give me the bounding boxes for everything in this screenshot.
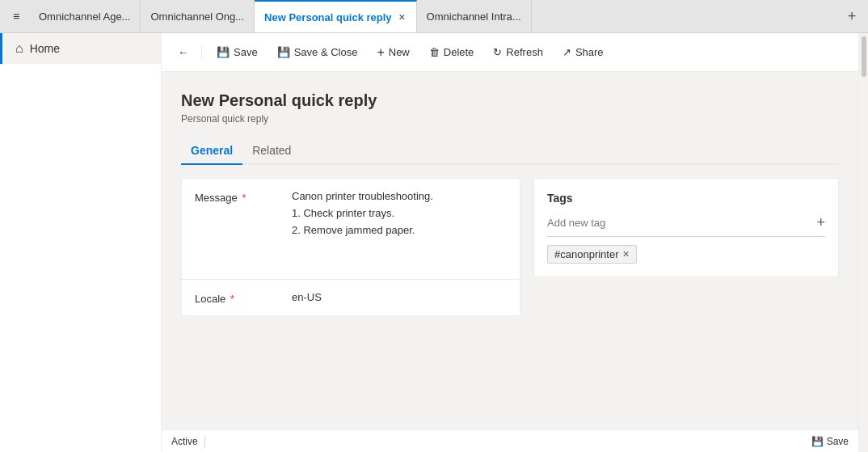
hamburger-icon: ≡ <box>13 10 19 23</box>
share-icon: ↗ <box>563 46 571 58</box>
tab-tab3[interactable]: New Personal quick reply✕ <box>255 0 417 32</box>
add-tag-button[interactable]: + <box>816 214 825 231</box>
tags-card: Tags + #canonprinter✕ <box>533 178 839 277</box>
delete-icon: 🗑 <box>429 46 440 58</box>
save-icon: 💾 <box>217 46 230 58</box>
back-icon: ← <box>178 46 188 58</box>
status-bar: Active 💾 Save <box>162 429 858 452</box>
locale-value: en-US <box>292 289 507 306</box>
sidebar-item-home[interactable]: ⌂ Home <box>0 33 161 64</box>
right-scrollbar <box>858 33 868 452</box>
page-subtitle: Personal quick reply <box>181 113 839 125</box>
tags-title: Tags <box>547 192 825 205</box>
share-button[interactable]: ↗ Share <box>554 41 612 63</box>
tab-label: Omnichannel Age... <box>39 11 130 23</box>
tab-bar: ≡ Omnichannel Age...Omnichannel Ong...Ne… <box>0 0 868 33</box>
message-label: Message * <box>195 188 292 204</box>
active-status: Active <box>171 436 198 447</box>
save-button[interactable]: 💾 Save <box>209 41 266 63</box>
main-layout: ⌂ Home ← 💾 Save 💾 Save & Close + New <box>0 33 868 452</box>
toolbar-separator-1 <box>201 44 202 61</box>
refresh-button[interactable]: ↻ Refresh <box>485 41 551 63</box>
message-field: Message * <box>182 179 520 280</box>
new-button[interactable]: + New <box>369 40 417 65</box>
tab-tab4[interactable]: Omnichannel Intra... <box>417 0 532 32</box>
refresh-icon: ↻ <box>493 46 502 58</box>
tags-input[interactable] <box>547 217 816 229</box>
sidebar-home-label: Home <box>30 42 60 55</box>
form-tabs: General Related <box>181 137 839 165</box>
status-divider <box>204 436 205 447</box>
page-title: New Personal quick reply <box>181 91 839 110</box>
hamburger-menu[interactable]: ≡ <box>3 0 29 32</box>
locale-field: Locale * en-US <box>182 280 520 315</box>
status-save-button[interactable]: 💾 Save <box>811 436 849 447</box>
tab-general[interactable]: General <box>181 137 242 165</box>
delete-button[interactable]: 🗑 Delete <box>421 41 482 63</box>
tag-item: #canonprinter✕ <box>547 245 637 264</box>
message-required: * <box>242 192 246 204</box>
back-button[interactable]: ← <box>171 41 195 63</box>
home-icon: ⌂ <box>15 41 23 56</box>
save-close-button[interactable]: 💾 Save & Close <box>269 41 366 63</box>
tag-label: #canonprinter <box>554 248 619 260</box>
status-save-icon: 💾 <box>811 436 824 447</box>
tab-close-button[interactable]: ✕ <box>397 11 407 23</box>
tag-remove-button[interactable]: ✕ <box>622 249 630 260</box>
new-icon: + <box>377 45 384 60</box>
toolbar: ← 💾 Save 💾 Save & Close + New 🗑 Delete ↻ <box>162 33 858 72</box>
tags-input-row: + <box>547 214 825 237</box>
content-area: ← 💾 Save 💾 Save & Close + New 🗑 Delete ↻ <box>162 33 858 452</box>
form-card: Message * Locale * en-US <box>181 178 520 316</box>
message-input[interactable] <box>292 188 507 269</box>
tab-tab2[interactable]: Omnichannel Ong... <box>141 0 255 32</box>
sidebar: ⌂ Home <box>0 33 162 452</box>
locale-required: * <box>230 293 234 305</box>
tab-label: Omnichannel Ong... <box>150 11 244 23</box>
tab-label: Omnichannel Intra... <box>427 11 521 23</box>
page-content: New Personal quick reply Personal quick … <box>162 72 858 429</box>
tab-label: New Personal quick reply <box>264 11 392 23</box>
tab-related[interactable]: Related <box>242 137 301 165</box>
status-left: Active <box>171 436 205 447</box>
add-tab-button[interactable]: + <box>839 0 865 32</box>
tab-tab1[interactable]: Omnichannel Age... <box>29 0 141 32</box>
save-close-icon: 💾 <box>277 46 290 58</box>
tags-list: #canonprinter✕ <box>547 245 825 264</box>
form-area: Message * Locale * en-US <box>181 178 839 316</box>
scroll-thumb[interactable] <box>862 36 866 77</box>
locale-label: Locale * <box>195 289 292 305</box>
